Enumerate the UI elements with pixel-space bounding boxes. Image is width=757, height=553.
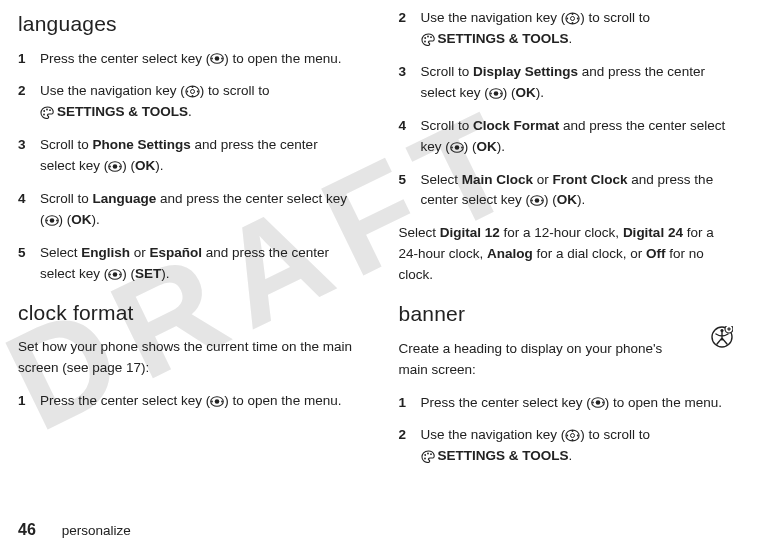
clock-step-2: 2 Use the navigation key () to scroll to… xyxy=(399,8,736,50)
softkey-label: OK xyxy=(477,139,497,154)
step-body: Use the navigation key () to scroll to S… xyxy=(40,81,355,123)
text: Scroll to xyxy=(40,191,93,206)
languages-step-4: 4 Scroll to Language and press the cente… xyxy=(18,189,355,231)
option-label: Español xyxy=(150,245,203,260)
step-number: 5 xyxy=(399,170,421,212)
option-label: Digital 24 xyxy=(623,225,683,240)
softkey-label: OK xyxy=(135,158,155,173)
menu-label: Phone Settings xyxy=(93,137,191,152)
chapter-title: personalize xyxy=(62,521,131,542)
text: Press the center select key ( xyxy=(421,395,591,410)
softkey-label: OK xyxy=(71,212,91,227)
step-body: Scroll to Language and press the center … xyxy=(40,189,355,231)
text: ) to open the menu. xyxy=(605,395,722,410)
left-column: languages 1 Press the center select key … xyxy=(18,8,355,479)
banner-intro: Create a heading to display on your phon… xyxy=(399,339,736,381)
text: Scroll to xyxy=(421,64,474,79)
clock-options-para: Select Digital 12 for a 12-hour clock, D… xyxy=(399,223,736,286)
text: for a 12-hour clock, xyxy=(500,225,623,240)
center-select-key-icon xyxy=(591,397,605,408)
text: ). xyxy=(577,192,585,207)
center-select-key-icon xyxy=(210,396,224,407)
clock-step-5: 5 Select Main Clock or Front Clock and p… xyxy=(399,170,736,212)
text: ). xyxy=(92,212,100,227)
menu-label: SETTINGS & TOOLS xyxy=(57,104,188,119)
text: Select xyxy=(40,245,81,260)
step-number: 1 xyxy=(399,393,421,414)
palette-icon xyxy=(421,450,438,463)
step-body: Select Main Clock or Front Clock and pre… xyxy=(421,170,736,212)
text: ) ( xyxy=(122,158,135,173)
option-label: Main Clock xyxy=(462,172,533,187)
step-number: 2 xyxy=(18,81,40,123)
menu-label: SETTINGS & TOOLS xyxy=(438,31,569,46)
step-body: Select English or Español and press the … xyxy=(40,243,355,285)
step-body: Scroll to Display Settings and press the… xyxy=(421,62,736,104)
text: Use the navigation key ( xyxy=(40,83,185,98)
text: Scroll to xyxy=(40,137,93,152)
text: ) ( xyxy=(59,212,72,227)
text: ) ( xyxy=(464,139,477,154)
navigation-key-icon xyxy=(565,12,580,25)
page-number: 46 xyxy=(18,518,36,543)
step-number: 3 xyxy=(399,62,421,104)
text: for a dial clock, or xyxy=(533,246,646,261)
languages-step-1: 1 Press the center select key () to open… xyxy=(18,49,355,70)
step-body: Press the center select key () to open t… xyxy=(421,393,736,414)
clock-step-1: 1 Press the center select key () to open… xyxy=(18,391,355,412)
text: . xyxy=(569,448,573,463)
step-body: Scroll to Phone Settings and press the c… xyxy=(40,135,355,177)
option-label: Analog xyxy=(487,246,533,261)
text: . xyxy=(569,31,573,46)
text: ) to scroll to xyxy=(580,427,650,442)
text: . xyxy=(188,104,192,119)
text: or xyxy=(533,172,553,187)
softkey-label: OK xyxy=(557,192,577,207)
step-number: 4 xyxy=(18,189,40,231)
option-label: Off xyxy=(646,246,666,261)
center-select-key-icon xyxy=(489,88,503,99)
text: ) ( xyxy=(122,266,135,281)
text: or xyxy=(130,245,150,260)
menu-label: Clock Format xyxy=(473,118,559,133)
step-body: Press the center select key () to open t… xyxy=(40,49,355,70)
text: Select xyxy=(399,225,440,240)
page-footer: 46 personalize xyxy=(18,518,131,543)
palette-icon xyxy=(421,33,438,46)
clock-step-3: 3 Scroll to Display Settings and press t… xyxy=(399,62,736,104)
languages-step-3: 3 Scroll to Phone Settings and press the… xyxy=(18,135,355,177)
step-number: 2 xyxy=(399,425,421,467)
softkey-label: SET xyxy=(135,266,161,281)
languages-step-5: 5 Select English or Español and press th… xyxy=(18,243,355,285)
navigation-key-icon xyxy=(185,85,200,98)
step-body: Press the center select key () to open t… xyxy=(40,391,355,412)
text: Press the center select key ( xyxy=(40,393,210,408)
step-number: 1 xyxy=(18,391,40,412)
option-label: Front Clock xyxy=(553,172,628,187)
step-number: 4 xyxy=(399,116,421,158)
menu-label: Display Settings xyxy=(473,64,578,79)
center-select-key-icon xyxy=(45,215,59,226)
option-label: Digital 12 xyxy=(440,225,500,240)
text: ). xyxy=(497,139,505,154)
text: ) to open the menu. xyxy=(224,393,341,408)
center-select-key-icon xyxy=(530,195,544,206)
center-select-key-icon xyxy=(108,161,122,172)
step-body: Use the navigation key () to scroll to S… xyxy=(421,8,736,50)
step-number: 3 xyxy=(18,135,40,177)
option-label: English xyxy=(81,245,130,260)
clock-format-intro: Set how your phone shows the current tim… xyxy=(18,337,355,379)
text: ) to scroll to xyxy=(580,10,650,25)
step-number: 2 xyxy=(399,8,421,50)
text: Use the navigation key ( xyxy=(421,10,566,25)
step-body: Use the navigation key () to scroll to S… xyxy=(421,425,736,467)
heading-clock-format: clock format xyxy=(18,297,355,330)
center-select-key-icon xyxy=(450,142,464,153)
heading-languages: languages xyxy=(18,8,355,41)
menu-label: SETTINGS & TOOLS xyxy=(438,448,569,463)
center-select-key-icon xyxy=(108,269,122,280)
right-column: 2 Use the navigation key () to scroll to… xyxy=(399,8,736,479)
text: Select xyxy=(421,172,462,187)
text: Scroll to xyxy=(421,118,474,133)
languages-step-2: 2 Use the navigation key () to scroll to… xyxy=(18,81,355,123)
